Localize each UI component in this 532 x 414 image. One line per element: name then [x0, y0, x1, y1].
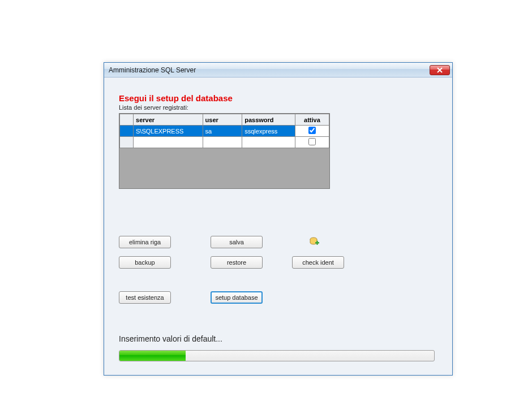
subheading: Lista dei server registrati:	[119, 104, 437, 111]
close-button[interactable]	[430, 65, 450, 75]
progress-fill	[119, 351, 186, 361]
cell-user[interactable]	[203, 137, 242, 148]
cell-attiva[interactable]	[295, 137, 329, 148]
row-indicator	[120, 126, 134, 137]
row-header-blank	[120, 114, 134, 126]
backup-button[interactable]: backup	[119, 256, 171, 269]
grid-header-row: server user password attiva	[120, 114, 329, 126]
check-ident-button[interactable]: check ident	[292, 256, 344, 269]
restore-button[interactable]: restore	[211, 256, 263, 269]
progress-bar	[119, 350, 435, 361]
col-header-user[interactable]: user	[203, 114, 242, 126]
cell-password[interactable]	[242, 137, 295, 148]
setup-database-button[interactable]: setup database	[211, 291, 263, 304]
cell-server[interactable]: S\SQLEXPRESS	[134, 126, 203, 137]
client-area: Esegui il setup del database Lista dei s…	[104, 77, 452, 375]
add-database-icon[interactable]	[309, 236, 320, 247]
heading: Esegui il setup del database	[119, 93, 437, 103]
table-row[interactable]: S\SQLEXPRESS sa ssqlexpress	[120, 126, 329, 137]
cell-password[interactable]: ssqlexpress	[242, 126, 295, 137]
cell-server[interactable]	[134, 137, 203, 148]
elimina-riga-button[interactable]: elimina riga	[119, 236, 171, 248]
salva-button[interactable]: salva	[211, 236, 263, 248]
table-row[interactable]	[120, 137, 329, 148]
admin-window: Amministrazione SQL Server Esegui il set…	[104, 62, 453, 376]
cell-user[interactable]: sa	[203, 126, 242, 137]
cell-attiva[interactable]	[295, 126, 329, 137]
col-header-attiva[interactable]: attiva	[295, 114, 329, 126]
server-grid[interactable]: server user password attiva S\SQLEXPRESS…	[119, 113, 330, 189]
row-indicator	[120, 137, 134, 148]
window-title: Amministrazione SQL Server	[109, 66, 430, 74]
close-icon	[437, 67, 443, 73]
status-text: Inserimento valori di default...	[119, 334, 222, 343]
col-header-server[interactable]: server	[134, 114, 203, 126]
svg-rect-2	[316, 241, 318, 245]
col-header-password[interactable]: password	[242, 114, 295, 126]
test-esistenza-button[interactable]: test esistenza	[119, 291, 171, 304]
attiva-checkbox[interactable]	[308, 138, 316, 145]
titlebar: Amministrazione SQL Server	[104, 63, 452, 77]
attiva-checkbox[interactable]	[308, 127, 316, 134]
